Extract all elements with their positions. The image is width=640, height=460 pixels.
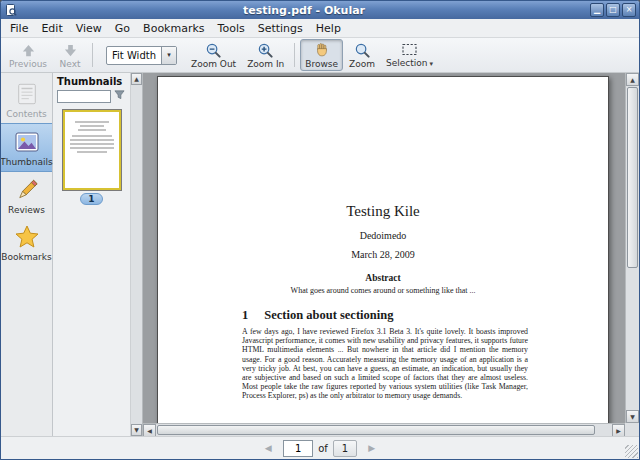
menu-tools[interactable]: Tools (212, 20, 251, 37)
zoom-in-icon (257, 42, 274, 59)
zoom-out-icon (205, 42, 222, 59)
next-label: Next (60, 59, 81, 70)
zoom-tool-label: Zoom (349, 59, 375, 70)
arrow-down-icon (63, 42, 78, 59)
scrollbar-corner (625, 423, 639, 436)
menu-bookmarks[interactable]: Bookmarks (137, 20, 210, 37)
toolbar: Previous Next Fit Width ▾ Zoom Out (1, 38, 639, 73)
sidebar-item-contents[interactable]: Contents (1, 76, 52, 123)
thumbnail-filter-row (53, 89, 130, 108)
filter-funnel-icon[interactable] (114, 89, 125, 103)
section-title: Section about sectioning (264, 308, 393, 322)
toolbar-separator (294, 43, 295, 67)
document-author: Dedoimedo (158, 230, 608, 241)
close-button[interactable]: × (622, 3, 636, 17)
thumbnail-page-1[interactable]: 1 (63, 110, 121, 205)
scroll-right-icon[interactable]: ▶ (612, 424, 625, 436)
thumbnail-scrollbar[interactable]: ▲ ▼ (131, 73, 143, 436)
document-date: March 28, 2009 (158, 249, 608, 260)
pencil-icon (14, 177, 40, 203)
hand-icon (314, 42, 330, 59)
abstract-text: What goes around comes around or somethi… (158, 286, 608, 295)
selection-label-text: Selection (386, 58, 427, 68)
scroll-left-icon[interactable]: ◀ (143, 424, 156, 436)
scroll-up-icon[interactable]: ▲ (131, 73, 142, 85)
section-heading: 1Section about sectioning (242, 308, 516, 323)
previous-page-button[interactable]: ◀ (258, 440, 278, 456)
menu-file[interactable]: File (4, 20, 34, 37)
zoom-in-button[interactable]: Zoom In (242, 39, 289, 71)
zoom-tool-button[interactable]: Zoom (344, 39, 380, 71)
zoom-out-label: Zoom Out (191, 59, 236, 70)
previous-page-toolbar-button[interactable]: Previous (4, 39, 52, 71)
sidebar-label-bookmarks: Bookmarks (1, 252, 51, 262)
contents-icon (14, 81, 40, 107)
magnifier-icon (354, 42, 371, 59)
sidebar-item-reviews[interactable]: Reviews (1, 172, 52, 219)
document-view[interactable]: Testing Kile Dedoimedo March 28, 2009 Ab… (143, 73, 639, 436)
abstract-heading: Abstract (158, 273, 608, 283)
menu-view[interactable]: View (70, 20, 108, 37)
selection-label: Selection▾ (386, 58, 433, 70)
selection-rectangle-icon (401, 41, 418, 58)
thumbnail-page-image (63, 110, 121, 190)
scroll-up-icon[interactable]: ▲ (626, 73, 639, 86)
menu-edit[interactable]: Edit (35, 20, 68, 37)
document-body-paragraph: A few days ago, I have reviewed Firefox … (242, 327, 528, 401)
scroll-down-icon[interactable]: ▼ (131, 424, 142, 436)
statusbar: ◀ of 1 ▶ (1, 436, 639, 459)
menu-settings[interactable]: Settings (252, 20, 309, 37)
minimize-button[interactable]: ▁ (590, 3, 604, 17)
resize-grip[interactable] (625, 445, 638, 458)
toolbar-separator (92, 43, 93, 67)
window-controls: ▁ □ × (590, 3, 636, 17)
horizontal-scrollbar-thumb[interactable] (157, 425, 595, 435)
next-page-toolbar-button[interactable]: Next (53, 39, 87, 71)
sidebar-label-contents: Contents (6, 109, 46, 119)
menu-go[interactable]: Go (109, 20, 136, 37)
vertical-scrollbar-thumb[interactable] (627, 87, 638, 268)
menu-help[interactable]: Help (310, 20, 347, 37)
thumbnail-scrollbar-track[interactable] (131, 85, 142, 424)
previous-label: Previous (9, 59, 47, 70)
zoom-level-value: Fit Width (107, 50, 161, 61)
chevron-down-icon[interactable]: ▾ (161, 47, 176, 64)
maximize-button[interactable]: □ (606, 3, 620, 17)
main-area: Contents Thumbnails (1, 73, 639, 436)
menubar: File Edit View Go Bookmarks Tools Settin… (1, 19, 639, 38)
thumbnail-page-number: 1 (80, 193, 102, 205)
thumbnail-filter-input[interactable] (57, 90, 111, 103)
horizontal-scrollbar-track[interactable] (156, 424, 612, 436)
next-page-button[interactable]: ▶ (362, 440, 382, 456)
titlebar[interactable]: testing.pdf - Okular ▁ □ × (1, 1, 639, 19)
sidebar-item-bookmarks[interactable]: Bookmarks (1, 219, 52, 266)
thumbnails-panel: Thumbnails (53, 73, 131, 436)
okular-app-icon (4, 3, 18, 17)
horizontal-scrollbar[interactable]: ◀ ▶ (143, 423, 625, 436)
okular-window: testing.pdf - Okular ▁ □ × File Edit Vie… (0, 0, 640, 460)
sidebar-label-reviews: Reviews (8, 205, 45, 215)
vertical-scrollbar-track[interactable] (626, 86, 639, 410)
star-icon (14, 224, 40, 250)
sidebar-item-thumbnails[interactable]: Thumbnails (1, 123, 52, 172)
thumbnails-panel-title: Thumbnails (53, 73, 130, 89)
section-number: 1 (242, 308, 248, 322)
sidebar-label-thumbnails: Thumbnails (0, 157, 52, 167)
selection-tool-button[interactable]: Selection▾ (381, 39, 438, 71)
chevron-down-icon[interactable]: ▾ (430, 60, 434, 68)
window-title: testing.pdf - Okular (18, 4, 590, 17)
current-page-input[interactable] (283, 440, 313, 457)
total-pages-label: 1 (333, 440, 357, 457)
scroll-down-icon[interactable]: ▼ (626, 410, 639, 423)
of-label: of (318, 443, 328, 454)
vertical-scrollbar[interactable]: ▲ ▼ (625, 73, 639, 423)
thumbnail-list: 1 (53, 108, 130, 436)
pdf-page: Testing Kile Dedoimedo March 28, 2009 Ab… (157, 76, 609, 436)
zoom-out-button[interactable]: Zoom Out (186, 39, 241, 71)
navigation-sidebar: Contents Thumbnails (1, 73, 53, 436)
browse-label: Browse (305, 59, 338, 70)
arrow-up-icon (21, 42, 36, 59)
zoom-level-combobox[interactable]: Fit Width ▾ (106, 46, 177, 65)
zoom-in-label: Zoom In (247, 59, 284, 70)
browse-tool-button[interactable]: Browse (300, 39, 343, 71)
